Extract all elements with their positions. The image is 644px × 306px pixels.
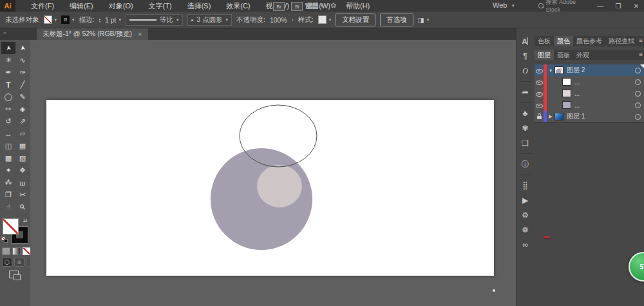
character-panel-icon[interactable]: A (518, 36, 533, 46)
visibility-eye-icon[interactable] (536, 68, 543, 73)
artboard-tool[interactable]: ❐ (1, 189, 15, 201)
gradient-button[interactable] (12, 247, 21, 255)
menu-file[interactable]: 文件(F) (23, 0, 62, 12)
stroke-weight-value[interactable]: 1 pt (105, 16, 117, 24)
tab-appearance[interactable]: 外观 (573, 50, 592, 60)
scale-tool[interactable]: ⇗ (15, 115, 30, 128)
panel-menu-icon[interactable]: ≡ (639, 51, 643, 58)
fill-color-swatch[interactable] (44, 15, 52, 24)
preferences-button[interactable]: 首选项 (380, 14, 413, 26)
tab-color[interactable]: 颜色 (554, 36, 573, 46)
variable-width-profile-select[interactable]: 等比 ▾ (126, 14, 183, 26)
chevron-down-icon[interactable]: ▾ (118, 17, 121, 23)
type-tool[interactable]: T (1, 79, 15, 91)
draw-behind-button[interactable]: ◎ (14, 258, 24, 267)
tab-artboards[interactable]: 画板 (554, 50, 573, 60)
shaper-tool[interactable]: ✏ (1, 103, 15, 115)
path-thumbnail[interactable] (562, 78, 571, 86)
visibility-eye-icon[interactable] (536, 79, 543, 85)
info-panel-icon[interactable]: ⓘ (518, 159, 533, 169)
zoom-tool[interactable]: ⚲ (15, 201, 30, 213)
pen-tool[interactable]: ✒ (1, 66, 15, 79)
gradient-tool[interactable]: ▧ (15, 152, 30, 164)
tab-color-guide[interactable]: 颜色参考 (573, 36, 605, 46)
workspace-select[interactable]: Web (493, 1, 507, 9)
tab-layers[interactable]: 图层 (535, 50, 554, 60)
dock-divider[interactable] (519, 102, 532, 103)
bridge-button[interactable]: Br (273, 2, 285, 11)
menu-effect[interactable]: 效果(C) (218, 0, 258, 12)
export-panel-icon[interactable]: ➦ (518, 87, 533, 97)
sublayer-row-2[interactable]: ... (535, 88, 644, 99)
target-circle-icon[interactable] (635, 79, 641, 85)
target-circle-icon[interactable] (635, 114, 641, 120)
adobe-stock-search-input[interactable]: 搜索 Adobe Stock (538, 1, 589, 10)
visibility-eye-icon[interactable] (536, 102, 543, 108)
stock-button[interactable]: St (291, 2, 303, 11)
path-name[interactable]: ... (574, 90, 635, 97)
paintbrush-tool[interactable]: ✎ (15, 91, 30, 103)
free-transform-tool[interactable]: ▱ (15, 128, 30, 140)
default-fill-stroke-icon[interactable] (1, 236, 9, 244)
opacity-expander-icon[interactable]: › (292, 17, 294, 23)
layer-thumbnail[interactable] (554, 66, 564, 74)
paragraph-panel-icon[interactable]: ¶ (518, 51, 533, 61)
chevron-down-icon[interactable]: ▾ (321, 3, 323, 8)
direct-selection-tool[interactable]: ➤ (15, 42, 30, 54)
hand-tool[interactable]: ☝ (1, 201, 15, 213)
eyedropper-tool[interactable]: ✦ (1, 164, 15, 177)
restore-button[interactable]: ❐ (611, 0, 626, 12)
column-graph-tool[interactable]: ш (15, 177, 30, 189)
line-segment-tool[interactable]: ╱ (15, 79, 30, 91)
collapse-dock-icon[interactable]: « (3, 30, 6, 36)
path-name[interactable]: ... (574, 79, 635, 86)
slice-tool[interactable]: ✂ (15, 189, 30, 201)
dock-divider[interactable] (519, 175, 532, 175)
width-tool[interactable]: ↔ (1, 128, 15, 140)
ellipse-tool[interactable]: ◯ (1, 91, 15, 103)
target-circle-icon[interactable] (635, 102, 641, 108)
style-swatch[interactable] (318, 15, 327, 24)
symbol-sprayer-tool[interactable]: ⁂ (1, 177, 15, 189)
layer-thumbnail[interactable] (554, 113, 564, 120)
actions-panel-icon[interactable]: ▶ (518, 195, 533, 206)
small-light-circle[interactable] (257, 165, 302, 207)
curvature-tool[interactable]: ✑ (15, 66, 30, 79)
path-thumbnail[interactable] (562, 101, 571, 109)
opentype-panel-icon[interactable]: O (518, 66, 533, 76)
menu-select[interactable]: 选择(S) (180, 0, 219, 12)
close-button[interactable]: ✕ (629, 0, 644, 12)
shape-builder-tool[interactable]: ◫ (1, 140, 15, 152)
plant-power-icon[interactable]: ✿ (330, 1, 336, 10)
chevron-down-icon[interactable]: ▾ (329, 17, 332, 23)
align-panel-icon[interactable]: ⣿ (518, 180, 533, 191)
chevron-down-icon[interactable]: ▾ (512, 3, 515, 8)
artboard[interactable] (46, 100, 494, 276)
document-tab[interactable]: 未标题-1* @ 52% (RGB/预览) ✕ (37, 28, 148, 40)
document-setup-button[interactable]: 文档设置 (336, 14, 375, 26)
selection-tool[interactable]: ➤ (1, 42, 15, 54)
symbols-panel-icon[interactable]: ♣ (518, 108, 533, 119)
arrange-documents-icon[interactable]: ◨ (418, 16, 424, 24)
brushes-panel-icon[interactable]: ❁ (518, 225, 533, 235)
workspace-switcher-icon[interactable] (308, 3, 318, 9)
brush-definition-select[interactable]: • 3 点圆形 ▾ (187, 14, 232, 26)
fill-swatch-large[interactable] (3, 218, 19, 234)
links-panel-icon[interactable]: ∞ (518, 240, 533, 250)
mesh-tool[interactable]: ▩ (1, 152, 15, 164)
target-circle-icon[interactable] (635, 91, 641, 97)
menu-help[interactable]: 帮助(H) (338, 0, 377, 12)
layer-name[interactable]: 图层 1 (567, 112, 635, 121)
path-name[interactable]: ... (574, 102, 635, 109)
lasso-tool[interactable]: ∿ (15, 54, 30, 66)
draw-normal-button[interactable]: ◯ (2, 258, 12, 267)
swap-fill-stroke-icon[interactable]: ⇄ (23, 218, 28, 224)
dock-divider[interactable] (519, 153, 532, 154)
magic-wand-tool[interactable]: ✳ (1, 54, 15, 66)
menu-edit[interactable]: 编辑(E) (62, 0, 101, 12)
sublayer-row-1[interactable]: ... (535, 76, 644, 88)
layer-row-layer1[interactable]: ▶ 图层 1 (535, 111, 644, 122)
chevron-down-icon[interactable]: ▼ (547, 68, 554, 73)
stroke-weight-stepper[interactable]: ▴▾ (99, 17, 100, 23)
chevron-down-icon[interactable]: ▾ (427, 17, 430, 23)
